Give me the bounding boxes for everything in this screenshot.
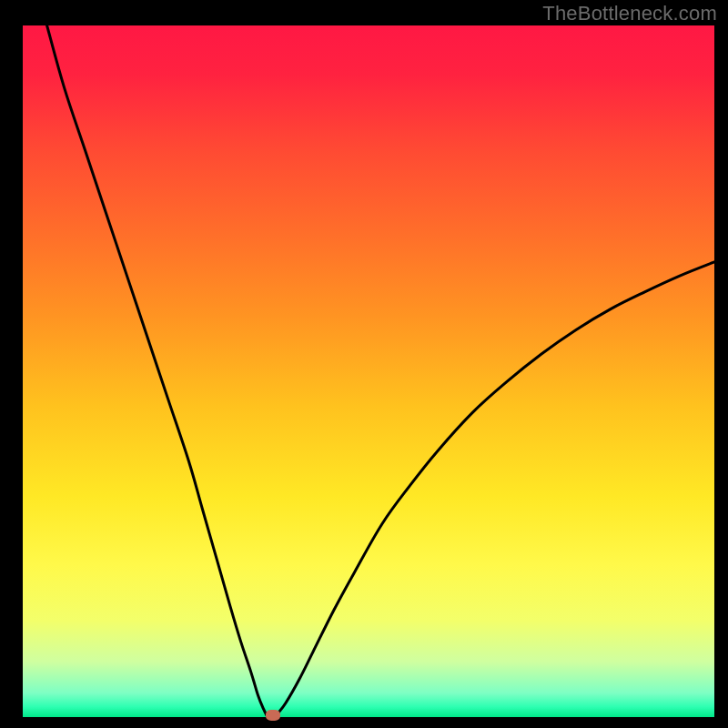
optimal-point-marker [266, 710, 280, 721]
plot-area [23, 25, 714, 717]
bottleneck-curve [23, 25, 714, 717]
series-left-branch [47, 25, 268, 715]
watermark-text: TheBottleneck.com [542, 2, 717, 25]
outer-frame: TheBottleneck.com [0, 0, 728, 728]
series-right-branch [278, 262, 714, 713]
